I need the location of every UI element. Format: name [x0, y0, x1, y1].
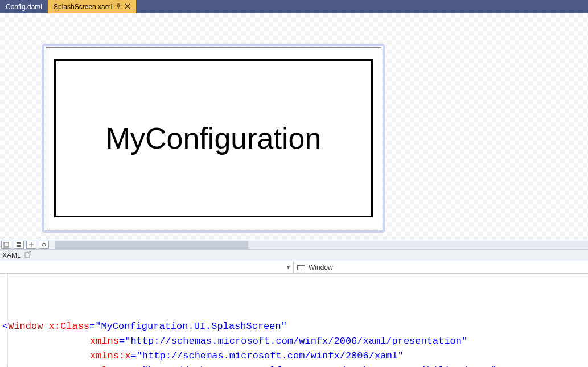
selection-rail-top[interactable]: [43, 44, 384, 46]
toolbar-btn-3[interactable]: [26, 241, 36, 249]
xaml-code-editor[interactable]: <Window x:Class="MyConfiguration.UI.Spla…: [0, 274, 588, 367]
splash-title-text: MyConfiguration: [106, 121, 322, 155]
tab-config-daml[interactable]: Config.daml: [0, 0, 48, 13]
toolbar-btn-1[interactable]: [1, 241, 11, 249]
scope-dropdown-right[interactable]: Window: [294, 261, 588, 273]
svg-rect-0: [4, 242, 9, 247]
scope-label: Window: [309, 263, 333, 271]
tab-label: Config.daml: [6, 3, 42, 11]
xaml-pane-label: XAML: [2, 251, 21, 259]
selection-rail-right[interactable]: [383, 45, 385, 232]
designer-horizontal-scrollbar[interactable]: [55, 241, 588, 249]
toolbar-btn-2[interactable]: [14, 241, 24, 249]
tab-label: SplashScreen.xaml: [54, 3, 112, 11]
xaml-designer-surface[interactable]: MyConfiguration: [0, 13, 588, 240]
content-border[interactable]: MyConfiguration: [54, 59, 373, 217]
selection-rail-left[interactable]: [42, 45, 44, 232]
close-icon[interactable]: [125, 3, 130, 11]
window-icon: [297, 265, 305, 270]
selection-rail-bottom[interactable]: [43, 230, 384, 233]
popout-icon[interactable]: [24, 251, 31, 259]
window-artboard[interactable]: MyConfiguration: [46, 47, 381, 229]
toolbar-btn-4[interactable]: [39, 241, 49, 249]
scope-dropdown-left[interactable]: ▼: [0, 261, 294, 273]
svg-rect-2: [17, 245, 21, 247]
artboard-selection[interactable]: MyConfiguration: [46, 47, 381, 229]
pin-icon[interactable]: [116, 3, 121, 11]
xaml-scope-bar: ▼ Window: [0, 261, 588, 274]
scrollbar-thumb[interactable]: [55, 241, 248, 249]
svg-point-3: [42, 243, 46, 246]
svg-rect-1: [17, 242, 21, 244]
chevron-down-icon: ▼: [286, 265, 291, 270]
document-tabstrip: Config.daml SplashScreen.xaml: [0, 0, 588, 13]
designer-toolbar: [0, 240, 588, 250]
code-content[interactable]: <Window x:Class="MyConfiguration.UI.Spla…: [2, 319, 586, 367]
xaml-pane-header[interactable]: XAML: [0, 250, 588, 261]
tab-splashscreen-xaml[interactable]: SplashScreen.xaml: [48, 0, 136, 13]
editor-gutter: [0, 274, 8, 367]
